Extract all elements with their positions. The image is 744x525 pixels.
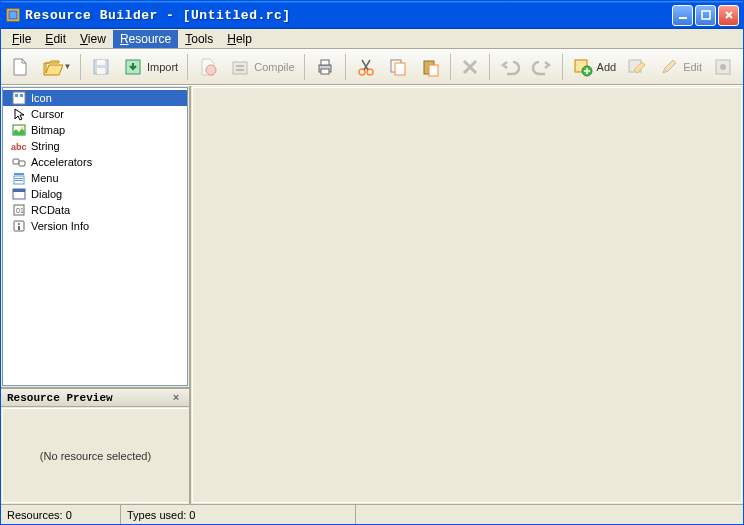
- tree-label: Icon: [31, 92, 52, 104]
- svg-rect-39: [13, 189, 25, 192]
- svg-rect-13: [321, 60, 329, 65]
- tree-label: Menu: [31, 172, 59, 184]
- close-button[interactable]: [718, 5, 739, 26]
- status-types: Types used: 0: [121, 505, 356, 524]
- tree-label: RCData: [31, 204, 70, 216]
- icon-resource-icon: [11, 90, 27, 106]
- new-button[interactable]: [5, 52, 35, 82]
- svg-rect-28: [20, 94, 23, 97]
- accelerators-icon: [11, 154, 27, 170]
- rcdata-icon: 01: [11, 202, 27, 218]
- left-panel: Icon Cursor Bitmap abc String Accelerato…: [1, 86, 191, 504]
- svg-rect-5: [97, 60, 105, 65]
- edit-label: Edit: [683, 61, 702, 73]
- menu-file[interactable]: File: [5, 30, 38, 48]
- svg-rect-33: [19, 161, 25, 166]
- import-button[interactable]: Import: [118, 52, 182, 82]
- dialog-icon: [11, 186, 27, 202]
- status-resources: Resources: 0: [1, 505, 121, 524]
- svg-rect-1: [9, 11, 17, 19]
- preview-panel: Resource Preview × (No resource selected…: [1, 387, 189, 504]
- edit-button[interactable]: Edit: [654, 52, 706, 82]
- delete-button[interactable]: [456, 52, 484, 82]
- separator: [345, 54, 346, 80]
- separator: [450, 54, 451, 80]
- tree-item-accelerators[interactable]: Accelerators: [3, 154, 187, 170]
- svg-text:01: 01: [16, 207, 24, 214]
- preview-header: Resource Preview ×: [1, 389, 189, 407]
- open-button[interactable]: ▼: [37, 52, 75, 82]
- tree-item-dialog[interactable]: Dialog: [3, 186, 187, 202]
- add-label: Add: [597, 61, 617, 73]
- tree-item-menu[interactable]: Menu: [3, 170, 187, 186]
- svg-rect-10: [236, 65, 244, 67]
- svg-rect-37: [15, 180, 23, 181]
- compile-icon-button[interactable]: [193, 52, 223, 82]
- tree-item-bitmap[interactable]: Bitmap: [3, 122, 187, 138]
- menu-edit[interactable]: Edit: [38, 30, 73, 48]
- separator: [562, 54, 563, 80]
- bitmap-icon: [11, 122, 27, 138]
- statusbar: Resources: 0 Types used: 0: [1, 504, 743, 524]
- menu-icon: [11, 170, 27, 186]
- preview-close-button[interactable]: ×: [169, 391, 183, 405]
- svg-point-25: [720, 64, 726, 70]
- svg-rect-34: [14, 173, 24, 175]
- resource-tree[interactable]: Icon Cursor Bitmap abc String Accelerato…: [2, 87, 188, 386]
- string-icon: abc: [11, 138, 27, 154]
- preview-title: Resource Preview: [7, 392, 113, 404]
- undo-button[interactable]: [495, 52, 525, 82]
- redo-button[interactable]: [527, 52, 557, 82]
- main-area: Icon Cursor Bitmap abc String Accelerato…: [1, 85, 743, 504]
- separator: [187, 54, 188, 80]
- svg-point-43: [18, 223, 20, 225]
- svg-rect-20: [429, 65, 438, 76]
- tree-label: Cursor: [31, 108, 64, 120]
- save-button[interactable]: [86, 52, 116, 82]
- paste-button[interactable]: [415, 52, 445, 82]
- menu-view[interactable]: View: [73, 30, 113, 48]
- tree-label: Bitmap: [31, 124, 65, 136]
- svg-rect-18: [395, 63, 405, 75]
- preview-empty-text: (No resource selected): [40, 450, 151, 462]
- toolbar: ▼ Import Compile Add Edit: [1, 49, 743, 85]
- separator: [80, 54, 81, 80]
- menu-help[interactable]: Help: [220, 30, 259, 48]
- window-controls: [672, 5, 739, 26]
- svg-point-8: [206, 65, 216, 75]
- separator: [489, 54, 490, 80]
- import-label: Import: [147, 61, 178, 73]
- minimize-button[interactable]: [672, 5, 693, 26]
- maximize-button[interactable]: [695, 5, 716, 26]
- svg-rect-32: [13, 159, 19, 164]
- app-window: Resource Builder - [Untitled.rc] File Ed…: [0, 0, 744, 525]
- tree-item-icon[interactable]: Icon: [3, 90, 187, 106]
- cursor-icon: [11, 106, 27, 122]
- tree-label: Version Info: [31, 220, 89, 232]
- tree-label: Dialog: [31, 188, 62, 200]
- tree-label: String: [31, 140, 60, 152]
- tree-item-version[interactable]: Version Info: [3, 218, 187, 234]
- svg-rect-2: [679, 17, 687, 19]
- svg-rect-27: [15, 94, 18, 97]
- properties-button[interactable]: [708, 52, 738, 82]
- separator: [304, 54, 305, 80]
- menu-tools[interactable]: Tools: [178, 30, 220, 48]
- compile-button[interactable]: Compile: [225, 52, 298, 82]
- cut-button[interactable]: [351, 52, 381, 82]
- add-button[interactable]: Add: [568, 52, 621, 82]
- copy-button[interactable]: [383, 52, 413, 82]
- tree-item-string[interactable]: abc String: [3, 138, 187, 154]
- window-title: Resource Builder - [Untitled.rc]: [25, 8, 672, 23]
- tree-item-cursor[interactable]: Cursor: [3, 106, 187, 122]
- svg-rect-44: [18, 226, 20, 230]
- titlebar: Resource Builder - [Untitled.rc]: [1, 1, 743, 29]
- edit-icon-button[interactable]: [622, 52, 652, 82]
- svg-rect-14: [321, 69, 329, 74]
- svg-rect-3: [702, 11, 710, 19]
- print-button[interactable]: [310, 52, 340, 82]
- content-area: [192, 87, 742, 503]
- svg-rect-11: [236, 69, 244, 71]
- tree-item-rcdata[interactable]: 01 RCData: [3, 202, 187, 218]
- menu-resource[interactable]: Resource: [113, 30, 178, 48]
